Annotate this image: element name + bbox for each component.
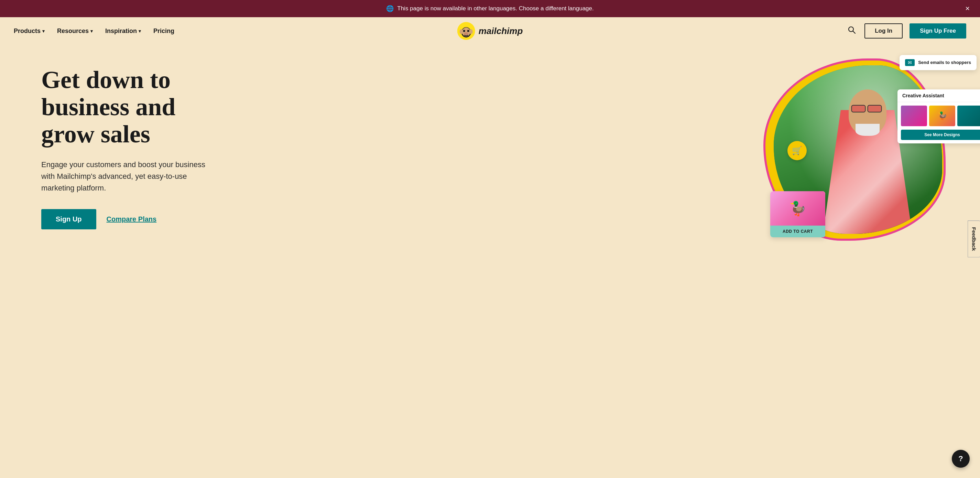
creative-thumb-1 (901, 105, 927, 126)
email-card-text: Send emails to shoppers (918, 60, 971, 66)
language-banner: 🌐 This page is now available in other la… (0, 0, 980, 17)
creative-grid: 🦆 (897, 102, 980, 130)
feedback-tab[interactable]: Feedback (967, 220, 980, 257)
svg-point-2 (462, 27, 470, 37)
creative-thumb-3 (957, 105, 980, 126)
nav-pricing[interactable]: Pricing (153, 27, 174, 35)
svg-point-6 (460, 29, 463, 34)
duck-product-icon: 🦆 (789, 201, 807, 217)
hero-section: Get down to business and grow sales Enga… (0, 45, 980, 258)
svg-point-4 (467, 30, 469, 32)
sunglasses (851, 105, 884, 113)
hero-illustration: ✉ Send emails to shoppers Creative Assis… (753, 52, 966, 251)
email-card: ✉ Send emails to shoppers (899, 55, 977, 70)
hero-subtext: Engage your customers and boost your bus… (41, 159, 213, 194)
hero-heading: Get down to business and grow sales (41, 66, 234, 148)
glass-right (867, 105, 882, 112)
svg-point-7 (469, 29, 473, 34)
nav-inspiration[interactable]: Inspiration (105, 27, 141, 35)
svg-line-9 (853, 31, 856, 34)
nav-resources[interactable]: Resources (57, 27, 93, 35)
search-button[interactable] (846, 24, 858, 38)
creative-thumb-2: 🦆 (929, 105, 955, 126)
head (849, 89, 886, 134)
logo-monkey-icon (457, 22, 475, 40)
beard (856, 124, 880, 136)
duck-icon: 🦆 (938, 112, 947, 120)
blob-container: ✉ Send emails to shoppers Creative Assis… (753, 52, 966, 244)
cart-bubble: 🛒 (788, 141, 807, 160)
add-to-cart-button[interactable]: ADD TO CART (770, 226, 825, 237)
product-image: 🦆 (770, 191, 825, 226)
banner-close-button[interactable]: × (965, 4, 970, 13)
nav-right: Log In Sign Up Free (846, 23, 966, 38)
see-more-designs-button[interactable]: See More Designs (901, 130, 980, 140)
globe-icon: 🌐 (386, 5, 394, 13)
hero-ctas: Sign Up Compare Plans (41, 209, 234, 229)
svg-point-5 (464, 32, 468, 35)
navbar: Products Resources Inspiration Pricing m… (0, 17, 980, 45)
creative-assistant-title: Creative Assistant (897, 89, 980, 102)
hero-content: Get down to business and grow sales Enga… (41, 66, 234, 230)
login-button[interactable]: Log In (864, 23, 903, 38)
product-card: 🦆 ADD TO CART (770, 191, 825, 237)
glass-left (851, 105, 866, 112)
compare-plans-button[interactable]: Compare Plans (107, 215, 157, 223)
email-card-icon: ✉ (905, 59, 915, 66)
nav-left: Products Resources Inspiration Pricing (14, 27, 174, 35)
hero-signup-button[interactable]: Sign Up (41, 209, 96, 229)
search-icon (848, 26, 856, 34)
logo[interactable]: mailchimp (457, 22, 523, 40)
nav-products[interactable]: Products (14, 27, 45, 35)
logo-text: mailchimp (479, 26, 523, 37)
banner-text: This page is now available in other lang… (397, 5, 593, 12)
creative-assistant-card: Creative Assistant 🦆 See More Designs (897, 89, 980, 143)
nav-signup-button[interactable]: Sign Up Free (910, 23, 966, 38)
svg-point-3 (463, 30, 465, 32)
